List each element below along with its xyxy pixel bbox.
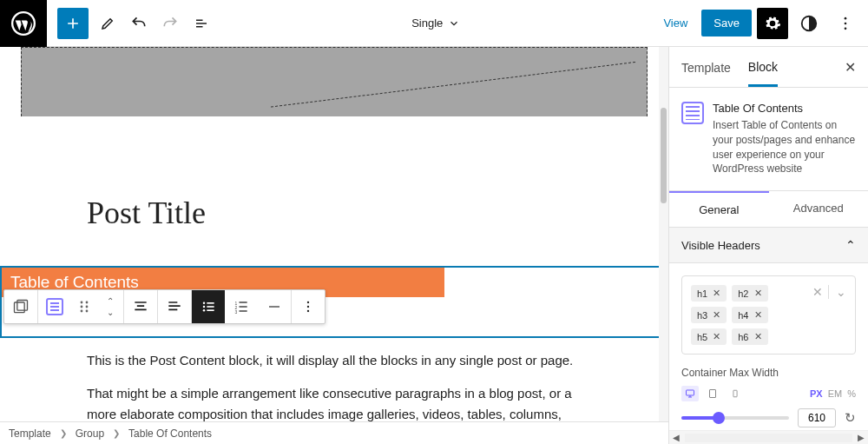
- svg-rect-31: [733, 390, 737, 397]
- breadcrumb: Template ❯ Group ❯ Table Of Contents: [0, 421, 668, 444]
- block-more-button[interactable]: [292, 290, 325, 323]
- block-title: Table Of Contents: [713, 102, 856, 115]
- remove-icon: ✕: [754, 331, 762, 342]
- unit-pct[interactable]: %: [847, 388, 856, 399]
- chip-h2[interactable]: h2✕: [732, 285, 767, 302]
- view-link[interactable]: View: [654, 10, 696, 36]
- subtab-general[interactable]: General: [669, 191, 769, 227]
- unit-em[interactable]: EM: [828, 388, 843, 399]
- svg-point-2: [845, 17, 847, 19]
- close-sidebar-button[interactable]: ✕: [845, 59, 856, 76]
- clear-all-icon[interactable]: ✕: [812, 285, 823, 299]
- drag-handle[interactable]: [71, 290, 97, 323]
- redo-button[interactable]: [155, 8, 186, 39]
- svg-rect-5: [15, 302, 25, 313]
- chevron-down-icon[interactable]: ⌄: [828, 285, 846, 299]
- block-desc-text: Insert Table of Contents on your posts/p…: [713, 118, 856, 176]
- list-style-none[interactable]: [258, 290, 291, 323]
- svg-rect-29: [687, 390, 694, 395]
- editor-canvas: Post Title: [0, 47, 668, 444]
- svg-rect-14: [207, 302, 214, 304]
- styles-button[interactable]: [793, 8, 825, 39]
- svg-rect-22: [240, 306, 247, 308]
- svg-rect-24: [240, 310, 247, 312]
- svg-point-11: [81, 310, 83, 313]
- justify-button[interactable]: [158, 290, 191, 323]
- remove-icon: ✕: [713, 309, 720, 321]
- align-button[interactable]: [124, 290, 157, 323]
- chip-h6[interactable]: h6✕: [732, 328, 767, 345]
- svg-point-8: [86, 302, 89, 304]
- tab-block[interactable]: Block: [748, 48, 778, 87]
- svg-point-9: [81, 306, 83, 308]
- svg-point-13: [203, 302, 206, 305]
- svg-rect-16: [207, 306, 214, 308]
- chevron-right-icon: ❯: [60, 428, 67, 438]
- visible-headers-select[interactable]: h1✕ h2✕ h3✕ h4✕ h5✕ h6✕ ✕ ⌄: [681, 275, 856, 355]
- chip-h3[interactable]: h3✕: [691, 307, 727, 323]
- list-style-numbered[interactable]: 123: [225, 290, 258, 323]
- placeholder-banner[interactable]: [21, 47, 648, 116]
- panel-visible-headers[interactable]: Visible Headers ⌃: [669, 228, 868, 263]
- list-style-bullet[interactable]: [192, 290, 225, 323]
- add-block-button[interactable]: [57, 8, 89, 39]
- block-description: Table Of Contents Insert Table of Conten…: [669, 88, 868, 191]
- more-menu-button[interactable]: [830, 8, 861, 39]
- breadcrumb-item[interactable]: Table Of Contents: [128, 427, 212, 440]
- reset-button[interactable]: ↻: [845, 410, 856, 426]
- chip-h5[interactable]: h5✕: [691, 328, 727, 345]
- scrollbar-vertical[interactable]: [659, 47, 668, 444]
- breadcrumb-item[interactable]: Group: [76, 427, 104, 440]
- subtab-advanced[interactable]: Advanced: [769, 191, 869, 227]
- svg-point-10: [86, 306, 89, 308]
- svg-point-15: [203, 306, 206, 308]
- block-toolbar: ⌃⌄: [3, 289, 326, 324]
- svg-point-27: [307, 306, 309, 308]
- svg-point-28: [307, 310, 309, 312]
- save-button[interactable]: Save: [701, 10, 752, 36]
- breadcrumb-item[interactable]: Template: [9, 427, 51, 440]
- settings-button[interactable]: [757, 8, 788, 39]
- svg-rect-25: [269, 306, 279, 308]
- svg-point-7: [81, 302, 83, 304]
- sidebar-scrollbar[interactable]: ◀▶: [669, 430, 868, 444]
- remove-icon: ✕: [754, 288, 762, 299]
- remove-icon: ✕: [754, 309, 762, 321]
- device-desktop[interactable]: [681, 386, 699, 401]
- svg-text:3: 3: [235, 309, 238, 315]
- width-input[interactable]: [798, 408, 836, 427]
- paragraph[interactable]: This is the Post Content block, it will …: [87, 350, 582, 371]
- chevron-up-icon: ⌃: [845, 238, 856, 252]
- svg-point-3: [845, 22, 847, 24]
- svg-rect-20: [240, 302, 247, 303]
- svg-rect-6: [17, 301, 28, 311]
- svg-point-4: [845, 27, 847, 30]
- container-width-label: Container Max Width: [681, 367, 856, 379]
- chip-h1[interactable]: h1✕: [691, 285, 727, 302]
- move-up-down[interactable]: ⌃⌄: [97, 290, 123, 323]
- remove-icon: ✕: [713, 331, 720, 342]
- chip-h4[interactable]: h4✕: [732, 307, 767, 323]
- undo-button[interactable]: [123, 8, 155, 39]
- width-slider[interactable]: [681, 416, 789, 420]
- remove-icon: ✕: [713, 288, 720, 299]
- document-overview-button[interactable]: [186, 8, 217, 39]
- svg-point-26: [307, 302, 309, 303]
- template-selector[interactable]: Single: [217, 17, 654, 30]
- svg-rect-18: [207, 309, 214, 311]
- block-type-icon[interactable]: [38, 290, 71, 323]
- wordpress-logo[interactable]: [0, 0, 47, 47]
- edit-tool[interactable]: [92, 8, 123, 39]
- chevron-right-icon: ❯: [113, 428, 120, 438]
- chevron-down-icon: [448, 17, 460, 30]
- device-mobile[interactable]: [727, 386, 744, 401]
- settings-sidebar: Template Block ✕ Table Of Contents Inser…: [668, 47, 868, 444]
- toc-icon: [681, 102, 704, 124]
- tab-template[interactable]: Template: [681, 49, 731, 85]
- top-toolbar: Single View Save: [0, 0, 868, 47]
- select-parent-button[interactable]: [4, 290, 37, 323]
- unit-px[interactable]: PX: [810, 388, 823, 399]
- device-tablet[interactable]: [704, 386, 721, 401]
- post-title[interactable]: Post Title: [87, 195, 582, 231]
- svg-rect-30: [710, 390, 716, 398]
